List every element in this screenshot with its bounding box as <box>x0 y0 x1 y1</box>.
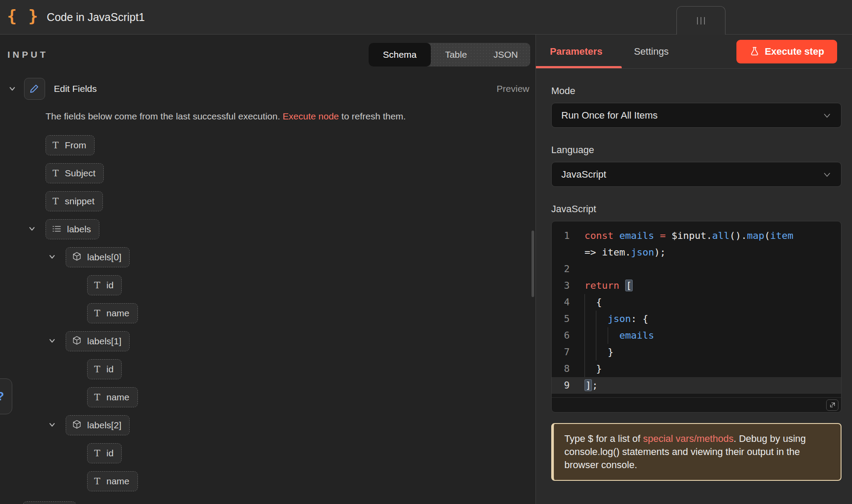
code-editor[interactable]: 1const emails = $input.all().map(item=> … <box>551 221 841 413</box>
line-number: 2 <box>552 261 584 277</box>
schema-field-pill[interactable]: labels <box>46 219 99 239</box>
flask-icon <box>750 46 760 56</box>
language-value: JavaScript <box>561 169 606 180</box>
code-line: 9]; <box>552 377 841 394</box>
schema-field-pill[interactable]: Tname <box>87 303 138 323</box>
input-heading: INPUT <box>7 49 48 60</box>
line-number: 3 <box>552 277 584 294</box>
field-name: snippet <box>65 196 95 206</box>
tab-settings[interactable]: Settings <box>634 46 669 57</box>
text-icon: T <box>94 281 100 290</box>
chevron-down-icon <box>823 170 831 179</box>
titlebar: { } Code in JavaScript1 <box>0 0 852 35</box>
schema-notice: The fields below come from the last succ… <box>46 111 527 122</box>
tree-row: labels[1] <box>0 331 535 359</box>
line-number: 8 <box>552 360 584 377</box>
expand-icon <box>829 402 836 408</box>
code-line: 2 <box>552 261 841 277</box>
schema-field-pill[interactable]: Tid <box>87 359 122 379</box>
chevron-down-icon[interactable] <box>7 84 17 93</box>
notice-text: to refresh them. <box>339 111 406 121</box>
chevron-down-icon[interactable] <box>47 420 57 429</box>
execute-node-link[interactable]: Execute node <box>283 111 339 121</box>
schema-field-pill[interactable]: TSubject <box>46 163 104 183</box>
text-icon: T <box>53 141 59 150</box>
source-node-title: Edit Fields <box>54 84 97 94</box>
code-section-label: JavaScript <box>551 203 841 215</box>
tab-table[interactable]: Table <box>431 43 481 66</box>
line-number: 5 <box>552 311 584 327</box>
field-name: labels[1] <box>87 336 121 346</box>
language-label: Language <box>551 144 841 156</box>
code-line: 6emails <box>552 327 841 344</box>
schema-field-pill[interactable]: TFrom <box>46 135 95 155</box>
execute-step-button[interactable]: Execute step <box>736 40 837 63</box>
edit-fields-node-icon[interactable] <box>24 78 45 100</box>
tab-json[interactable]: JSON <box>481 43 530 66</box>
field-name: labels[2] <box>87 420 121 430</box>
chevron-down-icon[interactable] <box>47 336 57 345</box>
active-tab-underline <box>536 66 622 68</box>
code-node-editor-window: { } Code in JavaScript1 INPUT Schema Tab… <box>0 0 852 504</box>
field-name: Subject <box>65 168 95 178</box>
schema-field-pill[interactable]: labels[2] <box>66 415 130 435</box>
expand-editor-button[interactable] <box>826 399 838 411</box>
field-name: From <box>65 140 86 150</box>
field-name: name <box>106 392 130 402</box>
code-line: 1const emails = $input.all().map(item <box>552 228 841 244</box>
field-name: labels <box>67 224 91 234</box>
field-name: name <box>106 308 130 318</box>
source-node-row: Edit Fields Preview <box>7 78 529 100</box>
schema-field-pill[interactable]: labels[1] <box>66 331 130 351</box>
text-icon: T <box>94 477 100 486</box>
language-select[interactable]: JavaScript <box>551 162 841 187</box>
tree-row: TFrom <box>0 135 535 163</box>
schema-field-pill-cutoff[interactable] <box>23 501 76 504</box>
chevron-down-icon <box>823 111 831 120</box>
chevron-down-icon[interactable] <box>27 224 37 233</box>
line-number <box>552 244 584 261</box>
schema-tree: TFromTSubjectTsnippetlabelslabels[0]TidT… <box>0 135 535 499</box>
chevron-down-icon[interactable] <box>47 252 57 261</box>
input-panel-scrollbar[interactable] <box>532 231 534 297</box>
tree-row: Tname <box>0 387 535 415</box>
line-number: 1 <box>552 228 584 244</box>
panel-drag-handle[interactable] <box>676 6 725 35</box>
code-line: 4{ <box>552 294 841 311</box>
notice-text: The fields below come from the last succ… <box>46 111 283 121</box>
assistant-button[interactable]: ? <box>0 378 12 414</box>
object-icon <box>73 420 81 431</box>
schema-field-pill[interactable]: Tid <box>87 443 122 463</box>
line-number: 4 <box>552 294 584 311</box>
mode-value: Run Once for All Items <box>561 110 658 121</box>
code-line: 8} <box>552 360 841 377</box>
code-line: => item.json); <box>552 244 841 261</box>
input-panel: INPUT Schema Table JSON Edit Fields Prev… <box>0 35 536 504</box>
field-name: id <box>106 364 113 374</box>
line-number: 6 <box>552 327 584 344</box>
schema-field-pill[interactable]: Tid <box>87 275 122 295</box>
schema-field-pill[interactable]: Tname <box>87 387 138 407</box>
tab-parameters[interactable]: Parameters <box>550 46 602 57</box>
view-switcher: Schema Table JSON <box>369 43 530 66</box>
code-hint-box: Type $ for a list of special vars/method… <box>551 423 841 481</box>
field-name: id <box>106 448 113 458</box>
tab-schema[interactable]: Schema <box>369 43 431 66</box>
tree-row: Tsnippet <box>0 191 535 219</box>
text-icon: T <box>53 197 59 206</box>
object-icon <box>73 252 81 263</box>
text-icon: T <box>53 169 59 178</box>
special-vars-link[interactable]: special vars/methods <box>643 433 734 444</box>
text-icon: T <box>94 365 100 374</box>
schema-field-pill[interactable]: labels[0] <box>66 247 130 267</box>
hint-text: Type $ for a list of <box>564 433 643 444</box>
grip-icon <box>704 17 705 24</box>
schema-field-pill[interactable]: Tname <box>87 471 138 491</box>
schema-field-pill[interactable]: Tsnippet <box>46 191 103 211</box>
tree-row: Tid <box>0 275 535 303</box>
preview-label: Preview <box>496 84 529 94</box>
tree-row: Tid <box>0 443 535 471</box>
mode-select[interactable]: Run Once for All Items <box>551 103 841 128</box>
tree-row: labels[0] <box>0 247 535 275</box>
field-name: labels[0] <box>87 252 121 262</box>
